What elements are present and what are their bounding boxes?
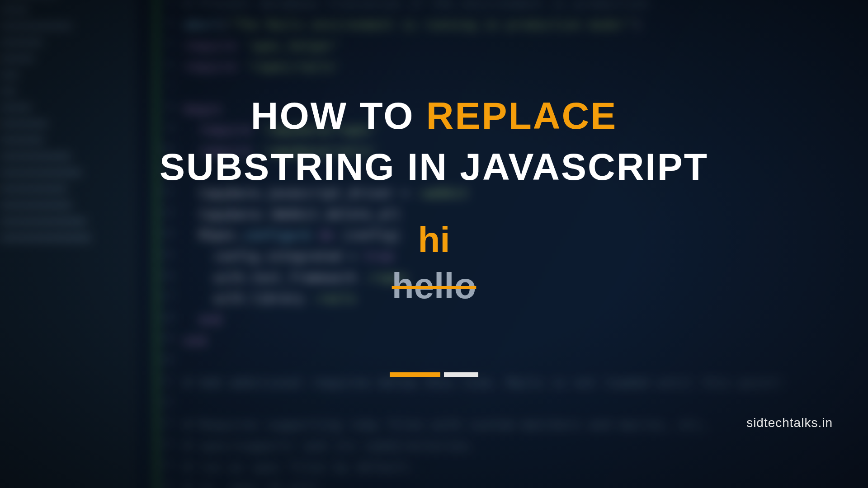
site-credit: sidtechtalks.in <box>746 416 833 430</box>
title-line-2: SUBSTRING IN JAVASCRIPT <box>0 141 868 192</box>
title-part-1: HOW TO <box>251 94 426 137</box>
divider <box>390 372 478 377</box>
title-accent: REPLACE <box>426 94 617 137</box>
title: HOW TO REPLACE SUBSTRING IN JAVASCRIPT <box>0 90 868 193</box>
replacement-word: hi <box>0 217 868 263</box>
example-block: hi hello <box>0 217 868 310</box>
divider-segment-white <box>444 372 478 377</box>
divider-segment-orange <box>390 372 440 377</box>
original-word: hello <box>0 263 868 309</box>
